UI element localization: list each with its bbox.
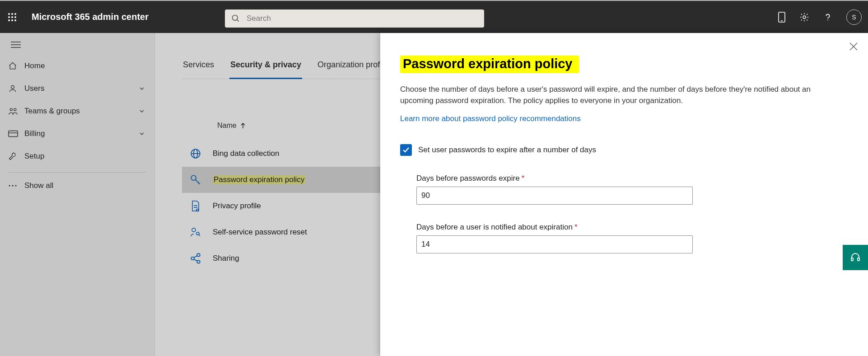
sidebar-item-label: Users (24, 84, 44, 93)
billing-icon (8, 130, 24, 137)
svg-rect-21 (9, 131, 18, 137)
svg-point-0 (8, 13, 10, 15)
field-label: Days before passwords expire* (416, 174, 695, 183)
list-item-label: Password expiration policy (213, 175, 305, 184)
svg-point-4 (11, 16, 13, 18)
learn-more-link[interactable]: Learn more about password policy recomme… (400, 114, 848, 123)
svg-point-33 (196, 209, 199, 211)
required-asterisk: * (574, 223, 578, 231)
globe-icon (188, 148, 203, 159)
svg-point-24 (12, 185, 13, 186)
svg-point-3 (8, 16, 10, 18)
top-right-icons: S (778, 1, 862, 33)
svg-point-6 (8, 19, 10, 21)
svg-rect-43 (851, 258, 853, 261)
document-icon (188, 200, 203, 212)
group-icon (8, 107, 24, 116)
sidebar-item-label: Setup (24, 152, 44, 161)
search-icon (231, 14, 240, 23)
svg-point-18 (11, 85, 14, 89)
product-title: Microsoft 365 admin center (32, 12, 149, 22)
svg-point-38 (197, 260, 200, 263)
svg-rect-44 (858, 258, 859, 261)
tab-security-privacy[interactable]: Security & privacy (229, 56, 302, 79)
panel-description: Choose the number of days before a user'… (400, 84, 816, 106)
nav-divider (8, 172, 146, 173)
sidebar-item-label: Teams & groups (24, 107, 80, 116)
sidebar-item-setup[interactable]: Setup (0, 145, 154, 168)
chevron-down-icon (138, 130, 145, 137)
svg-point-8 (14, 19, 16, 21)
share-icon (188, 253, 203, 264)
tab-services[interactable]: Services (182, 56, 215, 79)
chevron-down-icon (138, 85, 145, 92)
svg-point-34 (192, 228, 196, 232)
sidebar-item-label: Show all (24, 181, 53, 190)
required-asterisk: * (522, 174, 525, 183)
svg-point-13 (803, 16, 806, 19)
search-box[interactable] (225, 9, 484, 28)
help-icon[interactable] (823, 12, 833, 22)
chevron-down-icon (138, 108, 145, 115)
svg-point-25 (15, 185, 16, 186)
home-icon (8, 61, 24, 70)
password-expiration-panel: Password expiration policy Choose the nu… (380, 33, 868, 356)
headset-icon (850, 252, 861, 263)
days-before-notify-input[interactable] (416, 235, 693, 253)
app-launcher-button[interactable] (0, 1, 24, 33)
sidebar-item-users[interactable]: Users (0, 77, 154, 100)
panel-title: Password expiration policy (400, 56, 579, 73)
help-fab-button[interactable] (843, 245, 868, 270)
ellipsis-icon (8, 184, 24, 187)
svg-point-14 (827, 19, 828, 20)
key-icon (188, 174, 203, 186)
device-icon[interactable] (778, 11, 786, 23)
days-before-expire-input[interactable] (416, 187, 693, 205)
sort-ascending-icon (240, 122, 246, 129)
field-days-before-expire: Days before passwords expire* (416, 174, 695, 205)
list-item-label: Self-service password reset (213, 228, 307, 237)
person-key-icon (188, 226, 203, 238)
sidebar-item-label: Billing (24, 129, 45, 138)
close-button[interactable] (849, 42, 858, 51)
account-avatar[interactable]: S (846, 9, 862, 25)
user-icon (8, 84, 24, 93)
sidebar-item-home[interactable]: Home (0, 55, 154, 77)
svg-point-9 (233, 15, 238, 21)
expire-checkbox-row[interactable]: Set user passwords to expire after a num… (400, 144, 848, 156)
svg-line-10 (237, 20, 239, 22)
sidebar-item-teams-groups[interactable]: Teams & groups (0, 100, 154, 122)
list-item-label: Privacy profile (213, 201, 261, 211)
list-item-label: Bing data collection (213, 149, 279, 158)
search-input[interactable] (247, 14, 478, 23)
svg-line-39 (194, 256, 197, 258)
svg-point-36 (191, 257, 194, 260)
field-days-before-notify: Days before a user is notified about exp… (416, 223, 695, 253)
nav-collapse-button[interactable] (0, 38, 154, 55)
tab-organization-profile[interactable]: Organization profile (317, 56, 389, 79)
setup-icon (8, 152, 24, 161)
sidebar-item-label: Home (24, 61, 45, 70)
list-item-label: Sharing (213, 254, 239, 263)
checkbox-checked-icon[interactable] (400, 144, 412, 156)
svg-point-19 (10, 108, 12, 111)
svg-point-23 (9, 185, 10, 186)
svg-point-5 (14, 16, 16, 18)
left-nav: Home Users Teams & groups Billing (0, 33, 155, 356)
waffle-icon (8, 13, 17, 22)
field-label: Days before a user is notified about exp… (416, 223, 695, 232)
svg-point-2 (14, 13, 16, 15)
top-bar: Microsoft 365 admin center S (0, 0, 868, 33)
svg-line-40 (194, 259, 197, 261)
checkbox-label: Set user passwords to expire after a num… (418, 145, 596, 155)
svg-point-37 (197, 253, 200, 257)
sidebar-item-billing[interactable]: Billing (0, 122, 154, 145)
svg-point-1 (11, 13, 13, 15)
svg-point-7 (11, 19, 13, 21)
svg-point-20 (14, 108, 16, 111)
gear-icon[interactable] (799, 12, 809, 22)
sidebar-item-show-all[interactable]: Show all (0, 174, 154, 197)
